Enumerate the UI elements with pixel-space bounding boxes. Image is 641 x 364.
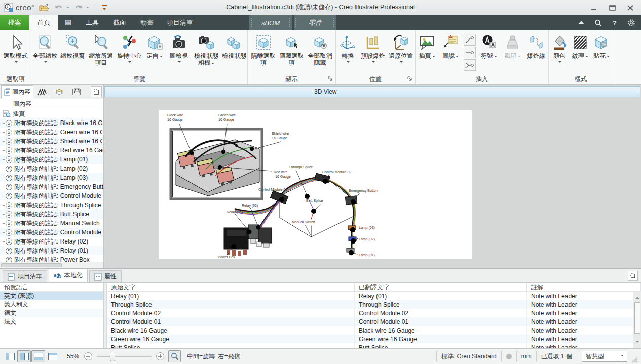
- tab-animation[interactable]: 動畫: [133, 15, 161, 30]
- leader-style-elbow-button[interactable]: [464, 34, 476, 46]
- language-row[interactable]: 義大利文: [0, 300, 103, 309]
- tab-parts[interactable]: 零件: [294, 15, 336, 30]
- position-dialog-launcher[interactable]: [407, 76, 413, 82]
- column-header-source[interactable]: 原始文字: [107, 283, 355, 291]
- insert-stamp-button[interactable]: 戳印: [501, 32, 524, 59]
- tree-item-note[interactable]: S附有導線的註記: Red wire 16 Gauge: [0, 146, 103, 155]
- select-mode-button[interactable]: 選取模式: [1, 32, 30, 64]
- scrollbar-thumb[interactable]: [1, 263, 62, 267]
- unhide-all-button[interactable]: 全部取消隱藏: [306, 32, 334, 66]
- tab-item-list[interactable]: 項目清單: [161, 15, 199, 30]
- table-row[interactable]: Through Splice Through Splice Note with …: [107, 300, 641, 309]
- insert-symbol-button[interactable]: 符號: [477, 32, 501, 59]
- tab-sbom[interactable]: sBOM: [249, 15, 292, 30]
- scroll-up-arrow[interactable]: [635, 295, 639, 299]
- column-header-comment[interactable]: 註解: [527, 283, 641, 291]
- tree-horizontal-scrollbar[interactable]: [0, 262, 103, 268]
- tree-item-note[interactable]: S附有導線的註記: Control Module 01: [0, 228, 103, 237]
- language-row[interactable]: 英文 (來源): [0, 292, 103, 300]
- texture-button[interactable]: 紋理: [570, 32, 591, 59]
- language-row[interactable]: 法文: [0, 317, 103, 326]
- zoom-selected-button[interactable]: 縮放所選項目: [86, 32, 116, 66]
- selection-filter-combo[interactable]: 智慧型: [582, 351, 627, 362]
- minimize-button[interactable]: [587, 2, 600, 13]
- table-vertical-scrollbar[interactable]: [633, 292, 641, 348]
- tab-section[interactable]: 截面: [106, 15, 133, 30]
- search-button[interactable]: [593, 18, 602, 27]
- layout-single-button[interactable]: [3, 350, 17, 362]
- tree-item-note[interactable]: S附有導線的註記: Power Box: [0, 255, 103, 262]
- undo-dropdown-arrow-icon[interactable]: [66, 7, 69, 10]
- bottom-panel-dock-button[interactable]: [628, 271, 638, 281]
- tab-figure-contents[interactable]: 圖內容: [1, 85, 33, 99]
- table-row[interactable]: Relay (01) Relay (01) Note with Leader: [107, 292, 641, 300]
- maximize-button[interactable]: [606, 2, 619, 13]
- leader-style-straight-button[interactable]: [464, 47, 476, 58]
- tab-measurements[interactable]: [68, 85, 85, 99]
- figure-view-button[interactable]: 圖檢視: [166, 32, 192, 64]
- layout-vertical-split-button[interactable]: [17, 350, 31, 362]
- zoom-in-button[interactable]: [156, 352, 164, 360]
- undo-button[interactable]: [53, 2, 64, 13]
- view-window-header[interactable]: 3D View: [104, 86, 640, 97]
- panel-dock-button[interactable]: [91, 86, 102, 97]
- transform-button[interactable]: 轉換: [336, 32, 359, 64]
- zoom-window-button[interactable]: 縮放視窗: [59, 32, 86, 59]
- open-button[interactable]: [39, 2, 50, 13]
- orient-button[interactable]: 定向: [143, 32, 166, 59]
- display-dialog-launcher[interactable]: [327, 76, 333, 82]
- tree-item-note[interactable]: S附有導線的註記: Relay (02): [0, 237, 103, 246]
- tab-home[interactable]: 首頁: [29, 15, 58, 30]
- spin-center-button[interactable]: 旋轉中心: [116, 32, 143, 64]
- layout-full-button[interactable]: [46, 350, 59, 362]
- table-row[interactable]: Green wire 16 Gauge Green wire 16 Gauge …: [107, 335, 641, 343]
- layout-horizontal-split-button[interactable]: [31, 350, 45, 362]
- zoom-slider[interactable]: [97, 356, 152, 357]
- table-row[interactable]: Control Module 01 Control Module 01 Note…: [107, 317, 641, 326]
- 3d-canvas[interactable]: Black wire 16 Gauge Green wire 16 Gauge …: [104, 97, 641, 268]
- tab-file[interactable]: 檔案: [0, 15, 29, 30]
- tab-figure[interactable]: 圖: [58, 15, 79, 30]
- insert-callout-button[interactable]: 圖說: [439, 32, 463, 59]
- combo-arrow[interactable]: [618, 352, 626, 361]
- help-button[interactable]: ?: [610, 18, 619, 27]
- standard-indicator[interactable]: 標準: Creo Standard: [441, 352, 497, 361]
- tab-properties[interactable]: 屬性: [89, 270, 122, 282]
- zoom-tool-toggle[interactable]: [168, 350, 181, 362]
- scrollbar-thumb[interactable]: [634, 302, 640, 334]
- language-row[interactable]: 德文: [0, 309, 103, 317]
- tab-tools[interactable]: 工具: [79, 15, 106, 30]
- column-header-translated[interactable]: 已翻譯文字: [355, 283, 527, 291]
- default-explode-button[interactable]: 預設爆炸: [359, 32, 387, 64]
- settings-button[interactable]: [627, 18, 636, 27]
- color-button[interactable]: 顏色: [549, 32, 570, 64]
- tab-layers[interactable]: [51, 85, 68, 99]
- restore-position-button[interactable]: 還原位置: [387, 32, 414, 64]
- tree-item-note[interactable]: S附有導線的註記: Butt Splice: [0, 210, 103, 219]
- decal-button[interactable]: 貼花: [591, 32, 612, 59]
- hide-selected-button[interactable]: 隱藏選取項: [278, 32, 306, 66]
- leader-style-branch-button[interactable]: [464, 59, 476, 71]
- tree-item-note[interactable]: S附有導線的註記: Green wire 16 Gauge: [0, 128, 103, 137]
- collapse-ribbon-button[interactable]: [577, 18, 586, 27]
- table-row[interactable]: Control Module 02 Control Module 02 Note…: [107, 309, 641, 317]
- close-button[interactable]: [624, 2, 637, 13]
- units-indicator[interactable]: mm: [521, 353, 532, 360]
- tree-item-note[interactable]: S附有導線的註記: Control Module 02: [0, 191, 103, 200]
- tree-item-note[interactable]: S附有導線的註記: Manual Switch: [0, 219, 103, 228]
- tree-item-note[interactable]: S附有導線的註記: Through Splice: [0, 200, 103, 210]
- view-state-camera-button[interactable]: 檢視狀態相機: [192, 32, 221, 66]
- tree-item-note[interactable]: S附有導線的註記: Lamp (02): [0, 164, 103, 173]
- tree-item-figure[interactable]: 插頁: [0, 109, 103, 118]
- resize-grip-icon[interactable]: [631, 356, 638, 363]
- customize-toolbar-button[interactable]: [99, 2, 110, 13]
- tree-item-note[interactable]: S附有導線的註記: Shield wire 16 Gauge: [0, 137, 103, 146]
- table-row[interactable]: Black wire 16 Gauge Black wire 16 Gauge …: [107, 326, 641, 335]
- view-state-button[interactable]: 檢視狀態: [221, 32, 247, 59]
- explode-lines-button[interactable]: 爆炸線: [524, 32, 548, 59]
- tab-item-list-panel[interactable]: 項目清單: [3, 270, 47, 282]
- tree-item-note[interactable]: S附有導線的註記: Emergency Button: [0, 182, 103, 191]
- tree-item-note[interactable]: S附有導線的註記: Relay (01): [0, 246, 103, 255]
- tab-animations[interactable]: [33, 85, 51, 99]
- redo-dropdown-arrow-icon[interactable]: [86, 7, 89, 10]
